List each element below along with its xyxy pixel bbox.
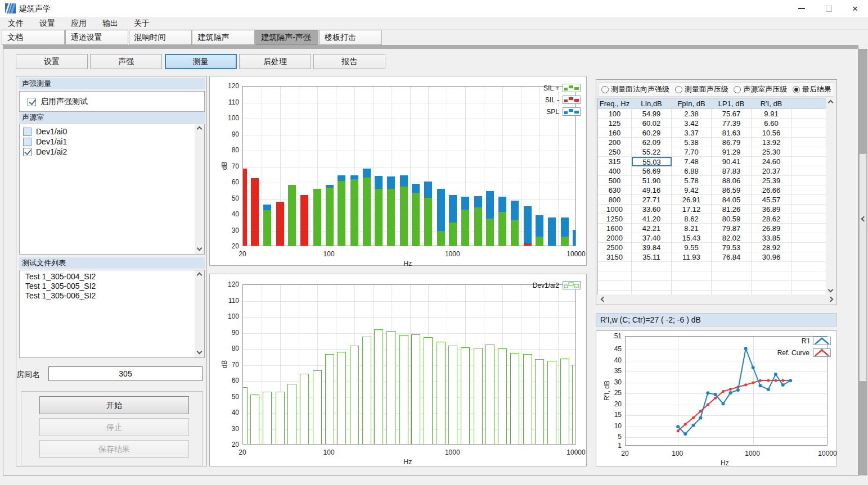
table-cell[interactable] xyxy=(791,185,826,195)
table-cell[interactable]: 6.60 xyxy=(752,119,791,128)
tab-item-4[interactable]: 建筑隔声-声强 xyxy=(255,30,318,45)
table-cell[interactable]: 13.92 xyxy=(752,138,791,147)
table-cell[interactable]: 25.30 xyxy=(752,147,791,157)
table-cell[interactable]: 5.38 xyxy=(672,138,712,147)
menu-item-4[interactable]: 关于 xyxy=(126,17,158,30)
scroll-up-icon[interactable] xyxy=(195,270,204,280)
channel-checkbox-1[interactable] xyxy=(23,138,32,146)
table-cell[interactable]: 45.57 xyxy=(752,195,791,205)
table-cell[interactable]: 9.91 xyxy=(752,109,791,119)
tab-item-0[interactable]: 文档 xyxy=(2,30,65,45)
room-name-input[interactable]: 305 xyxy=(48,366,203,381)
table-cell[interactable]: 41.20 xyxy=(632,214,672,224)
table-cell[interactable]: 49.16 xyxy=(632,185,672,195)
subtab-4[interactable]: 报告 xyxy=(313,54,385,69)
table-cell[interactable] xyxy=(791,166,826,176)
table-cell[interactable]: 11.93 xyxy=(672,252,712,262)
table-cell[interactable] xyxy=(791,195,826,205)
file-list-scrollbar[interactable] xyxy=(195,270,204,357)
radio-selected-icon[interactable] xyxy=(793,86,800,93)
table-cell[interactable]: 33.85 xyxy=(752,233,791,243)
table-cell[interactable] xyxy=(791,176,826,185)
radio-unselected-icon[interactable] xyxy=(675,86,682,93)
table-cell[interactable] xyxy=(791,233,826,243)
table-cell[interactable]: 77.39 xyxy=(712,119,752,128)
menu-item-1[interactable]: 设置 xyxy=(32,17,63,30)
table-cell[interactable]: 1600 xyxy=(598,224,632,233)
table-cell[interactable]: 800 xyxy=(598,195,632,205)
table-cell[interactable]: 87.83 xyxy=(712,166,752,176)
table-cell[interactable]: 54.99 xyxy=(632,109,672,119)
table-cell[interactable]: 3.42 xyxy=(672,119,712,128)
table-cell[interactable]: 80.59 xyxy=(712,214,752,224)
table-cell[interactable] xyxy=(791,109,826,119)
collapse-panel-handle[interactable] xyxy=(859,153,867,382)
table-cell[interactable]: 3150 xyxy=(598,252,632,262)
table-cell[interactable]: 51.90 xyxy=(632,176,672,185)
table-cell[interactable]: 9.55 xyxy=(672,243,712,252)
table-vertical-scrollbar[interactable] xyxy=(826,98,835,296)
file-item-1[interactable]: Test 1_305-005_SI2 xyxy=(20,282,204,291)
table-cell[interactable]: 9.42 xyxy=(672,185,712,195)
table-cell[interactable]: 28.62 xyxy=(752,214,791,224)
table-cell[interactable]: 37.40 xyxy=(632,233,672,243)
table-cell[interactable]: 100 xyxy=(598,109,632,119)
table-cell[interactable] xyxy=(791,128,826,138)
table-cell[interactable]: 60.02 xyxy=(632,119,672,128)
menu-item-3[interactable]: 输出 xyxy=(95,17,126,30)
table-cell[interactable]: 250 xyxy=(598,147,632,157)
table-cell[interactable]: 62.09 xyxy=(632,138,672,147)
table-horizontal-scrollbar[interactable] xyxy=(597,294,836,303)
table-cell[interactable] xyxy=(791,157,826,166)
table-cell[interactable]: 55.22 xyxy=(632,147,672,157)
channel-checkbox-2[interactable] xyxy=(23,148,32,156)
table-cell[interactable]: 26.91 xyxy=(672,195,712,205)
save-results-button[interactable]: 保存结果 xyxy=(39,440,189,458)
enable-intensity-checkbox[interactable] xyxy=(28,98,36,106)
table-cell[interactable]: 20.37 xyxy=(752,166,791,176)
table-cell[interactable]: 2.38 xyxy=(672,109,712,119)
table-cell[interactable]: 81.63 xyxy=(712,128,752,138)
table-cell[interactable]: 1250 xyxy=(598,214,632,224)
scroll-up-icon[interactable] xyxy=(195,124,204,134)
menu-item-0[interactable]: 文件 xyxy=(0,17,32,30)
table-cell[interactable]: 35.11 xyxy=(632,252,672,262)
table-cell[interactable]: 26.89 xyxy=(752,224,791,233)
table-cell[interactable]: 76.84 xyxy=(712,252,752,262)
table-cell[interactable]: 39.84 xyxy=(632,243,672,252)
table-cell[interactable]: 125 xyxy=(598,119,632,128)
start-button[interactable]: 开始 xyxy=(39,396,189,414)
table-cell[interactable]: 160 xyxy=(598,128,632,138)
scroll-left-icon[interactable] xyxy=(597,294,607,304)
table-cell[interactable]: 28.92 xyxy=(752,243,791,252)
tab-item-1[interactable]: 通道设置 xyxy=(65,30,128,45)
subtab-2[interactable]: 测量 xyxy=(165,54,237,69)
tab-item-5[interactable]: 楼板打击 xyxy=(319,30,382,45)
table-cell[interactable]: 3.37 xyxy=(672,128,712,138)
table-cell[interactable]: 60.29 xyxy=(632,128,672,138)
table-cell[interactable]: 26.66 xyxy=(752,185,791,195)
close-button[interactable]: × xyxy=(842,0,868,17)
subtab-1[interactable]: 声强 xyxy=(90,54,162,69)
table-cell[interactable]: 42.21 xyxy=(632,224,672,233)
table-cell[interactable]: 90.41 xyxy=(712,157,752,166)
table-cell[interactable] xyxy=(791,138,826,147)
table-cell[interactable]: 55.03 xyxy=(632,157,672,166)
radio-unselected-icon[interactable] xyxy=(734,86,741,93)
table-cell[interactable]: 25.39 xyxy=(752,176,791,185)
tab-item-2[interactable]: 混响时间 xyxy=(129,30,192,45)
stop-button[interactable]: 停止 xyxy=(39,418,189,436)
table-cell[interactable]: 10.56 xyxy=(752,128,791,138)
table-cell[interactable]: 17.12 xyxy=(672,205,712,214)
table-cell[interactable]: 200 xyxy=(598,138,632,147)
table-cell[interactable] xyxy=(791,119,826,128)
table-cell[interactable]: 91.29 xyxy=(712,147,752,157)
subtab-3[interactable]: 后处理 xyxy=(239,54,311,69)
radio-option-1[interactable]: 测量面声压级 xyxy=(675,84,728,94)
channel-checkbox-0[interactable] xyxy=(23,128,32,136)
table-cell[interactable]: 36.89 xyxy=(752,205,791,214)
table-cell[interactable]: 500 xyxy=(598,176,632,185)
table-cell[interactable]: 84.05 xyxy=(712,195,752,205)
table-cell[interactable]: 24.60 xyxy=(752,157,791,166)
table-cell[interactable]: 30.96 xyxy=(752,252,791,262)
